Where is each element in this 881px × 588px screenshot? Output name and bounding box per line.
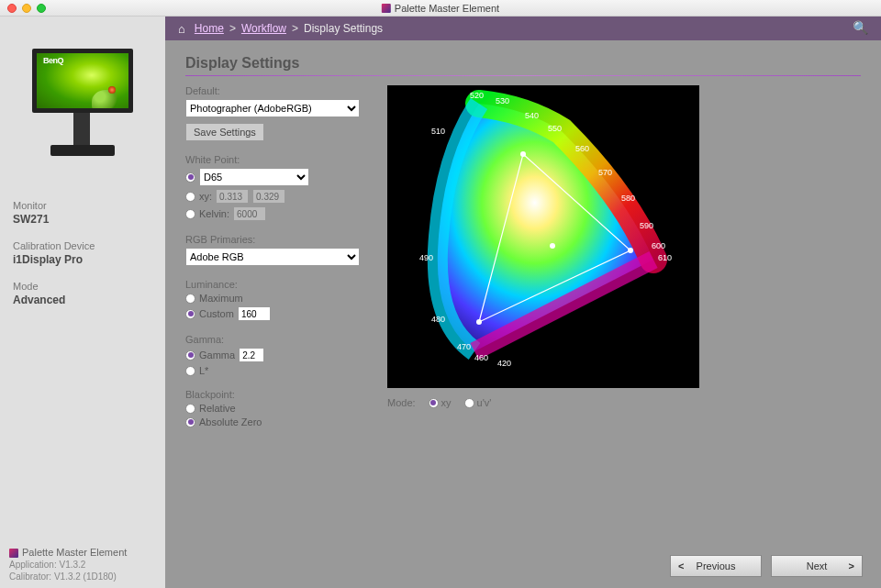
wl-590: 590 <box>640 221 653 230</box>
maximize-window-button[interactable] <box>37 4 46 13</box>
mode-label: Mode: <box>387 397 416 408</box>
breadcrumb-sep: > <box>292 22 298 35</box>
blackpoint-absolute-radio[interactable] <box>185 417 195 427</box>
previous-button[interactable]: <Previous <box>670 555 762 577</box>
minimize-window-button[interactable] <box>22 4 31 13</box>
footer-calibrator-version: Calibrator: V1.3.2 (1D180) <box>9 571 127 582</box>
wl-510: 510 <box>431 127 445 136</box>
sidebar-monitor-value: SW271 <box>13 213 152 226</box>
whitepoint-d65-radio[interactable] <box>185 172 195 183</box>
breadcrumb-workflow-link[interactable]: Workflow <box>241 22 286 35</box>
whitepoint-x-input[interactable] <box>216 189 249 204</box>
blackpoint-relative-label: Relative <box>199 403 236 414</box>
home-icon[interactable]: ⌂ <box>178 22 185 36</box>
chevron-left-icon: < <box>678 560 684 571</box>
wl-460: 460 <box>474 353 488 362</box>
breadcrumb-current: Display Settings <box>304 22 383 35</box>
page-title: Display Settings <box>185 55 861 72</box>
wl-550: 550 <box>548 124 562 133</box>
window-controls <box>7 4 46 13</box>
wl-490: 490 <box>419 253 433 262</box>
footer-app-icon <box>9 549 18 558</box>
window-titlebar: Palette Master Element <box>0 0 881 17</box>
search-icon[interactable]: 🔍 <box>853 20 868 35</box>
luminance-custom-radio[interactable] <box>185 309 195 319</box>
wl-600: 600 <box>652 241 665 250</box>
sidebar-device-value: i1Display Pro <box>13 253 152 266</box>
sidebar: BenQ Monitor SW271 Calibration Device i1… <box>0 17 165 588</box>
whitepoint-xy-radio[interactable] <box>185 192 195 202</box>
nav-buttons: <Previous Next> <box>670 555 863 577</box>
mode-uv-radio[interactable] <box>464 398 474 408</box>
window-title-text: Palette Master Element <box>395 3 499 14</box>
svg-point-4 <box>550 243 555 249</box>
whitepoint-kelvin-radio[interactable] <box>185 209 195 219</box>
save-settings-button[interactable]: Save Settings <box>185 123 264 141</box>
sidebar-mode-label: Mode <box>13 281 152 292</box>
rgb-label: RGB Primaries: <box>185 234 369 245</box>
benq-logo: BenQ <box>43 56 63 65</box>
blackpoint-absolute-label: Absolute Zero <box>199 416 262 427</box>
whitepoint-d65-select[interactable]: D65 <box>199 168 309 186</box>
wl-470: 470 <box>457 342 471 351</box>
luminance-custom-label: Custom <box>199 308 234 319</box>
mode-xy-label: xy <box>441 397 452 408</box>
footer-app-name: Palette Master Element <box>22 547 127 559</box>
whitepoint-xy-label: xy: <box>199 191 212 202</box>
title-divider <box>185 75 861 76</box>
mode-xy-radio[interactable] <box>429 398 439 408</box>
breadcrumb: ⌂ Home > Workflow > Display Settings 🔍 <box>165 17 881 40</box>
sidebar-monitor-group: Monitor SW271 <box>13 200 152 226</box>
sidebar-mode-group: Mode Advanced <box>13 281 152 306</box>
wl-610: 610 <box>658 253 672 262</box>
whitepoint-label: White Point: <box>185 154 369 165</box>
wl-580: 580 <box>621 194 635 203</box>
blackpoint-label: Blackpoint: <box>185 389 369 400</box>
next-button[interactable]: Next> <box>771 555 863 577</box>
cie-chromaticity-diagram: 520 530 540 550 560 570 580 590 600 610 … <box>387 85 699 388</box>
sidebar-monitor-label: Monitor <box>13 200 152 211</box>
blackpoint-relative-radio[interactable] <box>185 404 195 414</box>
wl-570: 570 <box>598 168 612 177</box>
gamma-lstar-radio[interactable] <box>185 366 195 376</box>
luminance-max-label: Maximum <box>199 293 243 304</box>
mode-uv-label: u'v' <box>477 397 492 408</box>
close-window-button[interactable] <box>7 4 17 13</box>
whitepoint-kelvin-label: Kelvin: <box>199 208 229 219</box>
sidebar-footer: Palette Master Element Application: V1.3… <box>9 547 127 582</box>
gamma-value-input[interactable] <box>239 348 264 362</box>
default-select[interactable]: Photographer (AdobeRGB) <box>185 99 360 117</box>
gamma-section: Gamma: Gamma L* <box>185 334 369 376</box>
blackpoint-section: Blackpoint: Relative Absolute Zero <box>185 389 369 427</box>
wl-520: 520 <box>470 91 484 100</box>
chevron-right-icon: > <box>849 560 854 571</box>
gamma-lstar-label: L* <box>199 365 208 376</box>
sidebar-device-label: Calibration Device <box>13 240 152 251</box>
svg-point-1 <box>520 151 526 157</box>
default-label: Default: <box>185 85 369 96</box>
window-title: Palette Master Element <box>382 3 499 14</box>
svg-point-3 <box>476 319 482 325</box>
gamma-gamma-radio[interactable] <box>185 350 195 361</box>
whitepoint-y-input[interactable] <box>252 189 285 204</box>
footer-app-version: Application: V1.3.2 <box>9 559 127 571</box>
monitor-image: BenQ <box>23 35 142 172</box>
diagram-mode-row: Mode: xy u'v' <box>387 397 861 408</box>
luminance-value-input[interactable] <box>238 306 271 321</box>
rgb-select[interactable]: Adobe RGB <box>185 248 360 266</box>
breadcrumb-home-link[interactable]: Home <box>195 22 224 35</box>
next-button-label: Next <box>807 560 828 571</box>
wl-560: 560 <box>575 144 589 153</box>
luminance-label: Luminance: <box>185 279 369 290</box>
breadcrumb-sep: > <box>229 22 236 35</box>
main-panel: ⌂ Home > Workflow > Display Settings 🔍 D… <box>165 17 881 588</box>
luminance-max-radio[interactable] <box>185 294 195 304</box>
rgb-section: RGB Primaries: Adobe RGB <box>185 234 369 266</box>
luminance-section: Luminance: Maximum Custom <box>185 279 369 321</box>
whitepoint-kelvin-input[interactable] <box>233 206 266 221</box>
gamma-gamma-label: Gamma <box>199 349 235 361</box>
previous-button-label: Previous <box>697 560 736 571</box>
wl-540: 540 <box>525 111 539 120</box>
gamma-label: Gamma: <box>185 334 369 345</box>
wl-530: 530 <box>496 96 509 105</box>
